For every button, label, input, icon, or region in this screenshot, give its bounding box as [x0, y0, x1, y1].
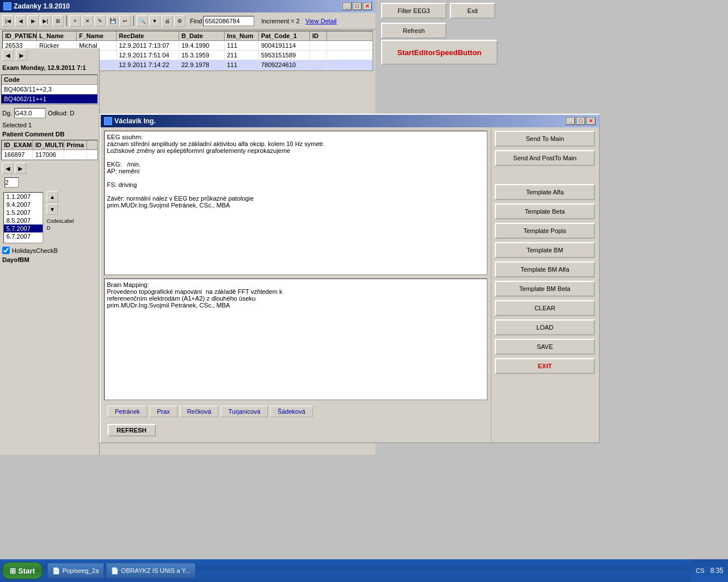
- filter-eeg-button[interactable]: Filter EEG3: [381, 3, 446, 19]
- brain-mapping-text-area[interactable]: Brain Mapping: Provedeno topografické ma…: [104, 278, 487, 400]
- template-alfa-button[interactable]: Template Alfa: [495, 184, 595, 200]
- find-label: Find: [190, 18, 202, 24]
- dialog-title: Václavík Ing.: [114, 117, 156, 125]
- cell-recdate: 12.9.2011 7:14:22: [117, 60, 179, 70]
- exit-dialog-button[interactable]: EXIT: [495, 358, 595, 374]
- date-item[interactable]: 8.5.2007: [4, 217, 43, 225]
- date-item[interactable]: 5.7.2007: [4, 225, 43, 232]
- cell-id2: [310, 60, 327, 70]
- col-lname: L_Name: [37, 31, 77, 40]
- code-row[interactable]: BQ4063/11++2,3: [2, 85, 97, 94]
- tab-petranek[interactable]: Petránek: [107, 406, 147, 417]
- add-button[interactable]: +: [69, 15, 81, 27]
- date-item[interactable]: 1.1.2007: [4, 193, 43, 201]
- filter-button[interactable]: ▼: [149, 15, 160, 27]
- print-button[interactable]: 🖨: [162, 15, 173, 27]
- tab-reckova[interactable]: Rečková: [180, 406, 219, 417]
- taskbar-icon-2: 📄: [111, 567, 119, 575]
- taskbar-tray: CS 8:35: [691, 559, 728, 582]
- send-and-post-button[interactable]: Send And PostTo Main: [495, 150, 595, 166]
- scroll-left-button[interactable]: ◀: [2, 49, 14, 61]
- dg-input[interactable]: [14, 108, 46, 118]
- dg-row: Dg. Odkud: D: [0, 106, 99, 120]
- delete-button[interactable]: ✕: [82, 15, 93, 27]
- template-bm-button[interactable]: Template BM: [495, 242, 595, 258]
- cell-ins: 111: [225, 60, 259, 70]
- start-label: Start: [18, 567, 35, 575]
- toolbar-separator: [66, 16, 67, 26]
- locale-label: CS: [696, 567, 704, 574]
- tab-sadekova[interactable]: Šádeková: [270, 406, 313, 417]
- close-button[interactable]: ✕: [363, 2, 372, 10]
- scroll2-right-button[interactable]: ▶: [15, 163, 26, 174]
- dialog-maximize-button[interactable]: □: [576, 117, 585, 125]
- start-editor-button[interactable]: StartEditorSpeedButton: [381, 40, 498, 65]
- maximize-button[interactable]: □: [353, 2, 362, 10]
- scroll-right-button[interactable]: ▶: [16, 49, 27, 61]
- template-beta-button[interactable]: Template Beta: [495, 203, 595, 219]
- codes-label-text: CodesLabel: [47, 218, 74, 224]
- code-row[interactable]: BQ4062/11++1: [2, 94, 97, 104]
- edit-button[interactable]: ✎: [94, 15, 106, 27]
- left-sidebar: ◀ ▶ Exam Monday, 12.9.2011 7:1 Code BQ40…: [0, 48, 100, 455]
- col-id-multi: ID_MULTI: [33, 140, 64, 149]
- exit-top-button[interactable]: Exit: [450, 3, 495, 19]
- view-detail-link[interactable]: View Detail: [305, 18, 337, 24]
- nav-last-button[interactable]: ▶|: [40, 15, 51, 27]
- clock: 8:35: [710, 567, 723, 575]
- template-bm-beta-button[interactable]: Template BM Beta: [495, 281, 595, 297]
- send-to-main-button[interactable]: Send To Main: [495, 131, 595, 147]
- dates-scroll-up[interactable]: ▲: [47, 191, 58, 202]
- date-item[interactable]: 9.4.2007: [4, 201, 43, 209]
- cell-pat-code: 9004191114: [259, 41, 310, 50]
- find-input[interactable]: [203, 16, 254, 26]
- tab-prax[interactable]: Prax: [150, 406, 177, 417]
- load-button[interactable]: LOAD: [495, 319, 595, 335]
- refresh-dialog-button[interactable]: REFRESH: [107, 424, 156, 436]
- save-button[interactable]: 💾: [107, 15, 118, 27]
- dialog-win-controls: _ □ ✕: [566, 117, 595, 125]
- dialog-minimize-button[interactable]: _: [566, 117, 575, 125]
- toolbar-separator-2: [133, 16, 134, 26]
- refresh-top-button[interactable]: Refresh: [381, 23, 446, 39]
- clear-button[interactable]: CLEAR: [495, 300, 595, 316]
- nav-next-button[interactable]: ▶: [27, 15, 39, 27]
- comment-grid: ID_EXAM ID_MULTI Prima 166897 117006: [1, 140, 98, 160]
- date-item[interactable]: 1.5.2007: [4, 209, 43, 217]
- template-popis-button[interactable]: Template Popis: [495, 223, 595, 239]
- dialog-body: EEG souhrn: záznam střední amplitudy se …: [101, 127, 599, 442]
- dg-label: Dg.: [2, 110, 12, 117]
- eeg-text-area[interactable]: EEG souhrn: záznam střední amplitudy se …: [104, 131, 487, 275]
- dates-list[interactable]: 1.1.2007 9.4.2007 1.5.2007 8.5.2007 5.7.…: [3, 192, 43, 243]
- dialog-close-button[interactable]: ✕: [586, 117, 595, 125]
- minimize-button[interactable]: _: [342, 2, 351, 10]
- template-bm-alfa-button[interactable]: Template BM Alfa: [495, 261, 595, 277]
- comment-row[interactable]: 166897 117006: [2, 150, 97, 160]
- refresh-area: Refresh: [381, 23, 446, 39]
- taskbar-item-obraykz[interactable]: 📄 OBRAYKZ IS UNIS a Y...: [106, 563, 196, 579]
- exam-label: Exam Monday, 12.9.2011 7:1: [0, 62, 99, 73]
- nav-jump-button[interactable]: ⊞: [52, 15, 64, 27]
- nav-prev-button[interactable]: ◀: [15, 15, 26, 27]
- tab-turjanicova[interactable]: Turjanicová: [221, 406, 267, 417]
- code-header: Code: [2, 75, 97, 85]
- search-button[interactable]: 🔍: [136, 15, 148, 27]
- scroll2-left-button[interactable]: ◀: [2, 163, 14, 174]
- start-button[interactable]: ⊞ Start: [2, 562, 43, 579]
- num-input[interactable]: [5, 177, 19, 188]
- holidays-checkbox[interactable]: [2, 247, 10, 254]
- col-id: ID: [310, 31, 327, 40]
- patient-comment-label: Patient Comment DB: [0, 130, 99, 139]
- date-item[interactable]: 6.7.2007: [4, 232, 43, 240]
- save-button[interactable]: SAVE: [495, 339, 595, 355]
- col-id-patient: ID_PATIENT: [3, 31, 37, 40]
- dates-scroll-down[interactable]: ▼: [47, 203, 58, 215]
- settings-button[interactable]: ⚙: [174, 15, 185, 27]
- win-controls: _ □ ✕: [342, 2, 372, 10]
- cell-ins: 211: [225, 51, 259, 60]
- comment-header: ID_EXAM ID_MULTI Prima: [2, 140, 97, 150]
- cancel-button[interactable]: ↩: [119, 15, 131, 27]
- nav-first-button[interactable]: |◀: [2, 15, 14, 27]
- taskbar-item-popiseeg[interactable]: 📄 Popiseeg_2a: [47, 563, 104, 579]
- col-id-exam: ID_EXAM: [2, 140, 33, 149]
